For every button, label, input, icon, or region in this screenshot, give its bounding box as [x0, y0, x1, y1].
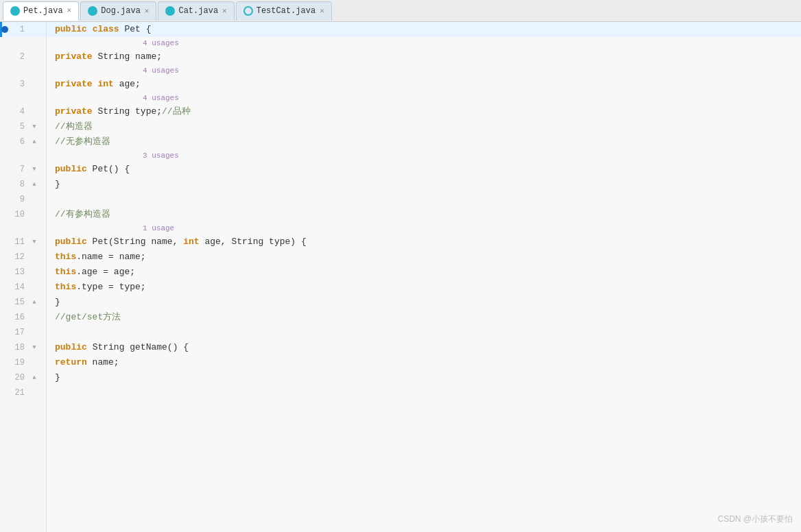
fold-icon[interactable]: ▼ — [29, 344, 40, 351]
line-number: 5 — [0, 119, 29, 134]
code-column[interactable]: public class Pet {4 usages private Strin… — [47, 22, 801, 532]
line-number: 18 — [0, 340, 29, 355]
code-line: private String name; — [47, 49, 801, 64]
gutter-row — [0, 149, 46, 162]
line-number: 7 — [0, 162, 29, 177]
line-gutter: 12345▼6▲7▼8▲91011▼12131415▲161718▼1920▲2… — [0, 22, 47, 532]
code-line: } — [47, 295, 801, 310]
code-line: public Pet() { — [47, 162, 801, 177]
tab-cat[interactable]: Cat.java ✕ — [158, 1, 234, 21]
gutter-row — [0, 64, 46, 77]
gutter-row — [0, 222, 46, 234]
line-number: 15 — [0, 295, 29, 310]
tab-close-dog[interactable]: ✕ — [145, 8, 150, 15]
gutter-row: 20▲ — [0, 370, 46, 385]
tab-icon-testcat — [243, 6, 253, 16]
tab-label-cat: Cat.java — [178, 6, 218, 16]
line-number: 9 — [0, 192, 29, 207]
gutter-row: 11▼ — [0, 234, 46, 250]
gutter-row — [0, 37, 46, 49]
code-line — [47, 325, 801, 340]
gutter-row: 15▲ — [0, 295, 46, 310]
code-line: this.type = type; — [47, 280, 801, 295]
gutter-row: 18▼ — [0, 340, 46, 355]
gutter-row: 17 — [0, 325, 46, 340]
gutter-row: 14 — [0, 280, 46, 295]
tab-label-dog: Dog.java — [101, 6, 141, 16]
line-number: 10 — [0, 207, 29, 222]
fold-icon[interactable]: ▼ — [29, 123, 40, 130]
code-line: private String type;//品种 — [47, 104, 801, 119]
tab-bar: Pet.java ✕ Dog.java ✕ Cat.java ✕ TestCat… — [0, 0, 801, 22]
line-number: 17 — [0, 325, 29, 340]
watermark: CSDN @小孩不要怕 — [717, 513, 793, 525]
line-number: 20 — [0, 370, 29, 385]
line-number: 21 — [0, 385, 29, 400]
code-line: //get/set方法 — [47, 310, 801, 325]
gutter-row: 1 — [0, 22, 46, 37]
gutter-row: 5▼ — [0, 119, 46, 134]
hint-line: 3 usages — [47, 149, 801, 162]
fold-icon[interactable]: ▼ — [29, 166, 40, 173]
gutter-row: 9 — [0, 192, 46, 207]
tab-close-pet[interactable]: ✕ — [67, 7, 72, 14]
gutter-row — [0, 92, 46, 104]
code-line: this.name = name; — [47, 250, 801, 265]
code-line: //有参构造器 — [47, 207, 801, 222]
tab-close-testcat[interactable]: ✕ — [320, 8, 324, 15]
code-line — [47, 192, 801, 207]
fold-icon[interactable]: ▲ — [29, 138, 40, 145]
gutter-row: 16 — [0, 310, 46, 325]
tab-label-pet: Pet.java — [23, 6, 63, 16]
line-number: 2 — [0, 49, 29, 64]
tab-icon-dog — [88, 6, 97, 16]
fold-icon[interactable]: ▼ — [29, 239, 40, 245]
code-line: public String getName() { — [47, 340, 801, 355]
line-number: 13 — [0, 265, 29, 280]
line-number: 16 — [0, 310, 29, 325]
code-line: public class Pet { — [47, 22, 801, 37]
fold-icon[interactable]: ▲ — [29, 181, 40, 188]
code-line: this.age = age; — [47, 265, 801, 280]
code-line: //构造器 — [47, 119, 801, 134]
tab-icon-cat — [165, 6, 175, 16]
code-line: public Pet(String name, int age, String … — [47, 234, 801, 250]
gutter-row: 6▲ — [0, 134, 46, 149]
code-line: } — [47, 177, 801, 192]
tab-dog[interactable]: Dog.java ✕ — [80, 1, 156, 21]
code-line: return name; — [47, 355, 801, 370]
line-number: 6 — [0, 134, 29, 149]
gutter-row: 3 — [0, 77, 46, 92]
line-number: 12 — [0, 250, 29, 265]
gutter-row: 2 — [0, 49, 46, 64]
gutter-row: 10 — [0, 207, 46, 222]
tab-pet[interactable]: Pet.java ✕ — [3, 1, 79, 21]
gutter-row: 21 — [0, 385, 46, 400]
line-number: 4 — [0, 104, 29, 119]
gutter-row: 13 — [0, 265, 46, 280]
hint-line: 1 usage — [47, 222, 801, 234]
tab-close-cat[interactable]: ✕ — [222, 8, 227, 15]
gutter-row: 8▲ — [0, 177, 46, 192]
line-number: 19 — [0, 355, 29, 370]
hint-line: 4 usages — [47, 64, 801, 77]
fold-icon[interactable]: ▲ — [29, 374, 40, 381]
tab-icon-pet — [10, 6, 20, 16]
hint-line: 4 usages — [47, 92, 801, 104]
code-line: } — [47, 370, 801, 385]
gutter-row: 19 — [0, 355, 46, 370]
tab-label-testcat: TestCat.java — [256, 6, 315, 16]
code-line — [47, 385, 801, 400]
line-number: 14 — [0, 280, 29, 295]
gutter-row: 7▼ — [0, 162, 46, 177]
code-line: private int age; — [47, 77, 801, 92]
line-number: 8 — [0, 177, 29, 192]
fold-icon[interactable]: ▲ — [29, 299, 40, 306]
line-number: 11 — [0, 234, 29, 250]
line-number: 3 — [0, 77, 29, 92]
tab-testcat[interactable]: TestCat.java ✕ — [236, 1, 332, 21]
editor: 12345▼6▲7▼8▲91011▼12131415▲161718▼1920▲2… — [0, 22, 801, 532]
gutter-row: 12 — [0, 250, 46, 265]
gutter-row: 4 — [0, 104, 46, 119]
code-line: //无参构造器 — [47, 134, 801, 149]
